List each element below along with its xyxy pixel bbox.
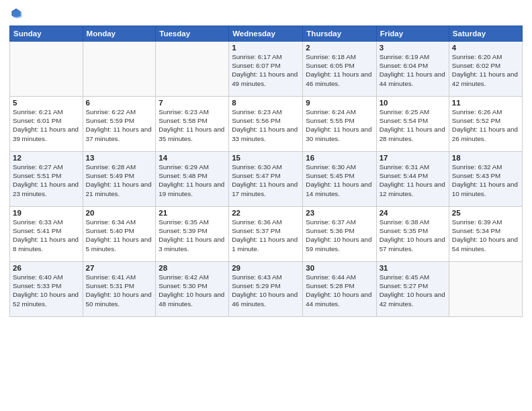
header-sunday: Sunday bbox=[10, 26, 83, 42]
day-cell: 19Sunrise: 6:33 AM Sunset: 5:41 PM Dayli… bbox=[10, 207, 83, 262]
day-number: 21 bbox=[159, 209, 226, 217]
day-cell: 28Sunrise: 6:42 AM Sunset: 5:30 PM Dayli… bbox=[156, 262, 229, 317]
day-cell: 14Sunrise: 6:29 AM Sunset: 5:48 PM Dayli… bbox=[156, 152, 229, 207]
day-cell bbox=[449, 262, 522, 317]
header-tuesday: Tuesday bbox=[156, 26, 229, 42]
day-info: Sunrise: 6:26 AM Sunset: 5:52 PM Dayligh… bbox=[452, 107, 519, 143]
day-cell: 13Sunrise: 6:28 AM Sunset: 5:49 PM Dayli… bbox=[83, 152, 156, 207]
day-number: 18 bbox=[452, 154, 519, 162]
day-number: 23 bbox=[306, 209, 373, 217]
day-number: 24 bbox=[380, 209, 446, 217]
calendar-table: SundayMondayTuesdayWednesdayThursdayFrid… bbox=[9, 26, 523, 317]
day-cell bbox=[10, 42, 83, 97]
day-info: Sunrise: 6:37 AM Sunset: 5:36 PM Dayligh… bbox=[306, 218, 373, 253]
header-thursday: Thursday bbox=[303, 26, 376, 42]
day-cell: 11Sunrise: 6:26 AM Sunset: 5:52 PM Dayli… bbox=[449, 97, 522, 152]
day-number: 20 bbox=[86, 209, 153, 217]
day-info: Sunrise: 6:22 AM Sunset: 5:59 PM Dayligh… bbox=[86, 107, 153, 143]
day-number: 17 bbox=[380, 154, 446, 162]
day-cell: 15Sunrise: 6:30 AM Sunset: 5:47 PM Dayli… bbox=[229, 152, 303, 207]
day-cell: 10Sunrise: 6:25 AM Sunset: 5:54 PM Dayli… bbox=[376, 97, 449, 152]
day-info: Sunrise: 6:41 AM Sunset: 5:31 PM Dayligh… bbox=[86, 273, 153, 308]
day-number: 27 bbox=[86, 264, 153, 272]
header-monday: Monday bbox=[83, 26, 156, 42]
day-info: Sunrise: 6:42 AM Sunset: 5:30 PM Dayligh… bbox=[159, 273, 226, 308]
day-number: 3 bbox=[380, 44, 446, 52]
day-info: Sunrise: 6:39 AM Sunset: 5:34 PM Dayligh… bbox=[452, 218, 519, 253]
day-info: Sunrise: 6:18 AM Sunset: 6:05 PM Dayligh… bbox=[306, 52, 373, 88]
day-info: Sunrise: 6:25 AM Sunset: 5:54 PM Dayligh… bbox=[380, 107, 446, 143]
day-number: 11 bbox=[452, 99, 519, 107]
day-info: Sunrise: 6:40 AM Sunset: 5:33 PM Dayligh… bbox=[13, 273, 80, 308]
day-info: Sunrise: 6:28 AM Sunset: 5:49 PM Dayligh… bbox=[86, 163, 153, 198]
header bbox=[9, 7, 523, 20]
day-cell bbox=[156, 42, 229, 97]
week-row-2: 12Sunrise: 6:27 AM Sunset: 5:51 PM Dayli… bbox=[10, 152, 523, 207]
page: SundayMondayTuesdayWednesdayThursdayFrid… bbox=[0, 0, 532, 411]
header-friday: Friday bbox=[376, 26, 449, 42]
day-info: Sunrise: 6:34 AM Sunset: 5:40 PM Dayligh… bbox=[86, 218, 153, 253]
day-number: 13 bbox=[86, 154, 153, 162]
day-cell: 7Sunrise: 6:23 AM Sunset: 5:58 PM Daylig… bbox=[156, 97, 229, 152]
week-row-4: 26Sunrise: 6:40 AM Sunset: 5:33 PM Dayli… bbox=[10, 262, 523, 317]
day-info: Sunrise: 6:23 AM Sunset: 5:56 PM Dayligh… bbox=[232, 107, 300, 143]
day-cell: 20Sunrise: 6:34 AM Sunset: 5:40 PM Dayli… bbox=[83, 207, 156, 262]
week-row-1: 5Sunrise: 6:21 AM Sunset: 6:01 PM Daylig… bbox=[10, 97, 523, 152]
day-number: 8 bbox=[232, 99, 300, 107]
day-number: 12 bbox=[13, 154, 80, 162]
day-cell: 26Sunrise: 6:40 AM Sunset: 5:33 PM Dayli… bbox=[10, 262, 83, 317]
day-cell: 17Sunrise: 6:31 AM Sunset: 5:44 PM Dayli… bbox=[376, 152, 449, 207]
day-cell: 29Sunrise: 6:43 AM Sunset: 5:29 PM Dayli… bbox=[229, 262, 303, 317]
day-cell: 21Sunrise: 6:35 AM Sunset: 5:39 PM Dayli… bbox=[156, 207, 229, 262]
day-cell: 9Sunrise: 6:24 AM Sunset: 5:55 PM Daylig… bbox=[303, 97, 376, 152]
logo bbox=[9, 7, 24, 20]
day-info: Sunrise: 6:19 AM Sunset: 6:04 PM Dayligh… bbox=[380, 52, 446, 88]
day-cell: 27Sunrise: 6:41 AM Sunset: 5:31 PM Dayli… bbox=[83, 262, 156, 317]
day-info: Sunrise: 6:45 AM Sunset: 5:27 PM Dayligh… bbox=[380, 273, 446, 308]
day-info: Sunrise: 6:24 AM Sunset: 5:55 PM Dayligh… bbox=[306, 107, 373, 143]
day-number: 22 bbox=[232, 209, 300, 217]
day-cell: 22Sunrise: 6:36 AM Sunset: 5:37 PM Dayli… bbox=[229, 207, 303, 262]
day-cell: 2Sunrise: 6:18 AM Sunset: 6:05 PM Daylig… bbox=[303, 42, 376, 97]
day-number: 9 bbox=[306, 99, 373, 107]
day-number: 30 bbox=[306, 264, 373, 272]
day-cell: 18Sunrise: 6:32 AM Sunset: 5:43 PM Dayli… bbox=[449, 152, 522, 207]
day-number: 15 bbox=[232, 154, 300, 162]
day-cell: 8Sunrise: 6:23 AM Sunset: 5:56 PM Daylig… bbox=[229, 97, 303, 152]
calendar-header-row: SundayMondayTuesdayWednesdayThursdayFrid… bbox=[10, 26, 523, 42]
day-info: Sunrise: 6:29 AM Sunset: 5:48 PM Dayligh… bbox=[159, 163, 226, 198]
header-saturday: Saturday bbox=[449, 26, 522, 42]
day-info: Sunrise: 6:43 AM Sunset: 5:29 PM Dayligh… bbox=[232, 273, 300, 308]
day-number: 10 bbox=[380, 99, 446, 107]
day-cell: 5Sunrise: 6:21 AM Sunset: 6:01 PM Daylig… bbox=[10, 97, 83, 152]
header-wednesday: Wednesday bbox=[229, 26, 303, 42]
day-cell: 1Sunrise: 6:17 AM Sunset: 6:07 PM Daylig… bbox=[229, 42, 303, 97]
day-info: Sunrise: 6:38 AM Sunset: 5:35 PM Dayligh… bbox=[380, 218, 446, 253]
day-info: Sunrise: 6:27 AM Sunset: 5:51 PM Dayligh… bbox=[13, 163, 80, 198]
day-number: 16 bbox=[306, 154, 373, 162]
day-cell bbox=[83, 42, 156, 97]
day-info: Sunrise: 6:17 AM Sunset: 6:07 PM Dayligh… bbox=[232, 52, 300, 88]
day-cell: 23Sunrise: 6:37 AM Sunset: 5:36 PM Dayli… bbox=[303, 207, 376, 262]
day-number: 26 bbox=[13, 264, 80, 272]
day-number: 5 bbox=[13, 99, 80, 107]
day-cell: 12Sunrise: 6:27 AM Sunset: 5:51 PM Dayli… bbox=[10, 152, 83, 207]
day-number: 4 bbox=[452, 44, 519, 52]
day-number: 1 bbox=[232, 44, 300, 52]
day-info: Sunrise: 6:30 AM Sunset: 5:45 PM Dayligh… bbox=[306, 163, 373, 198]
day-number: 7 bbox=[159, 99, 226, 107]
day-info: Sunrise: 6:21 AM Sunset: 6:01 PM Dayligh… bbox=[13, 107, 80, 143]
day-number: 6 bbox=[86, 99, 153, 107]
day-cell: 6Sunrise: 6:22 AM Sunset: 5:59 PM Daylig… bbox=[83, 97, 156, 152]
day-number: 25 bbox=[452, 209, 519, 217]
day-info: Sunrise: 6:23 AM Sunset: 5:58 PM Dayligh… bbox=[159, 107, 226, 143]
day-cell: 25Sunrise: 6:39 AM Sunset: 5:34 PM Dayli… bbox=[449, 207, 522, 262]
day-cell: 4Sunrise: 6:20 AM Sunset: 6:02 PM Daylig… bbox=[449, 42, 522, 97]
day-info: Sunrise: 6:33 AM Sunset: 5:41 PM Dayligh… bbox=[13, 218, 80, 253]
day-cell: 3Sunrise: 6:19 AM Sunset: 6:04 PM Daylig… bbox=[376, 42, 449, 97]
day-cell: 31Sunrise: 6:45 AM Sunset: 5:27 PM Dayli… bbox=[376, 262, 449, 317]
day-cell: 24Sunrise: 6:38 AM Sunset: 5:35 PM Dayli… bbox=[376, 207, 449, 262]
week-row-3: 19Sunrise: 6:33 AM Sunset: 5:41 PM Dayli… bbox=[10, 207, 523, 262]
week-row-0: 1Sunrise: 6:17 AM Sunset: 6:07 PM Daylig… bbox=[10, 42, 523, 97]
day-cell: 16Sunrise: 6:30 AM Sunset: 5:45 PM Dayli… bbox=[303, 152, 376, 207]
